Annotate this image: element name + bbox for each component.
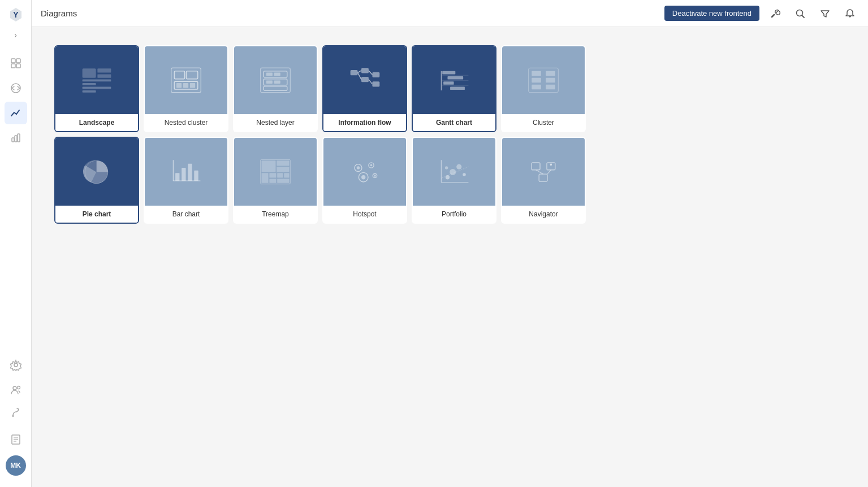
svg-rect-69 <box>175 173 179 181</box>
svg-point-95 <box>456 164 461 169</box>
card-nested-cluster-label: Nested cluster <box>145 114 227 131</box>
svg-rect-41 <box>264 86 287 90</box>
svg-rect-37 <box>274 73 280 76</box>
svg-line-102 <box>536 170 543 174</box>
card-gantt-chart[interactable]: Gantt chart <box>412 45 496 132</box>
sidebar-expand-btn[interactable]: › <box>8 27 24 43</box>
svg-rect-45 <box>372 72 379 77</box>
sidebar: Y › <box>0 0 32 487</box>
svg-rect-1 <box>11 59 15 63</box>
svg-rect-101 <box>539 174 547 181</box>
card-pie-chart-icon-area <box>55 138 138 206</box>
svg-rect-29 <box>186 71 197 79</box>
svg-line-17 <box>772 15 774 17</box>
card-nested-cluster[interactable]: Nested cluster <box>144 45 228 132</box>
svg-rect-79 <box>277 173 283 177</box>
sidebar-item-docs[interactable] <box>5 428 27 451</box>
sidebar-item-settings[interactable] <box>5 354 27 376</box>
card-nested-layer[interactable]: Nested layer <box>233 45 318 132</box>
card-pie-chart[interactable]: Pie chart <box>54 137 139 224</box>
svg-rect-62 <box>532 78 541 82</box>
svg-rect-60 <box>532 71 541 76</box>
svg-rect-61 <box>546 71 555 76</box>
card-gantt-chart-label: Gantt chart <box>413 114 495 131</box>
svg-rect-71 <box>188 164 192 181</box>
svg-rect-28 <box>174 71 184 79</box>
svg-point-94 <box>450 169 456 175</box>
svg-line-49 <box>369 71 372 75</box>
svg-point-90 <box>374 175 376 177</box>
user-avatar[interactable]: MK <box>6 455 26 476</box>
sidebar-item-code[interactable] <box>5 77 27 99</box>
card-gantt-chart-icon-area <box>413 46 495 114</box>
svg-rect-74 <box>262 160 276 172</box>
search-icon[interactable] <box>791 5 809 23</box>
card-cluster-label: Cluster <box>502 114 585 131</box>
svg-rect-24 <box>83 83 96 85</box>
card-bar-chart[interactable]: Bar chart <box>144 137 228 224</box>
card-pie-chart-label: Pie chart <box>55 206 138 223</box>
svg-rect-32 <box>183 83 188 88</box>
card-treemap-label: Treemap <box>234 206 317 223</box>
svg-point-97 <box>445 166 448 169</box>
svg-rect-4 <box>16 64 20 68</box>
card-cluster[interactable]: Cluster <box>501 45 586 132</box>
card-portfolio[interactable]: Portfolio <box>412 137 496 224</box>
svg-point-96 <box>463 173 466 176</box>
svg-rect-23 <box>83 80 111 82</box>
svg-rect-80 <box>284 173 289 177</box>
card-treemap-icon-area <box>234 138 317 206</box>
svg-text:Y: Y <box>13 10 19 19</box>
card-hotspot[interactable]: Hotspot <box>322 137 407 224</box>
svg-rect-64 <box>532 85 541 89</box>
svg-rect-58 <box>450 87 465 90</box>
sidebar-item-users[interactable] <box>5 379 27 401</box>
svg-rect-75 <box>277 160 289 166</box>
svg-rect-56 <box>443 81 454 85</box>
svg-rect-42 <box>351 70 358 75</box>
svg-rect-26 <box>83 90 96 93</box>
page-title: Diagrams <box>41 8 658 18</box>
wrench-icon[interactable] <box>766 5 784 23</box>
deactivate-btn[interactable]: Deactivate new frontend <box>664 6 759 21</box>
card-bar-chart-icon-area <box>145 138 227 206</box>
svg-line-48 <box>358 73 361 80</box>
sidebar-item-dashboard[interactable] <box>5 52 27 75</box>
svg-rect-39 <box>266 80 273 84</box>
filter-icon[interactable] <box>816 5 834 23</box>
svg-rect-6 <box>12 138 14 142</box>
card-information-flow-icon-area <box>323 46 406 114</box>
sidebar-nav <box>5 52 27 401</box>
topbar-actions: Deactivate new frontend <box>664 5 859 23</box>
card-treemap[interactable]: Treemap <box>233 137 318 224</box>
svg-rect-34 <box>261 68 291 92</box>
svg-rect-78 <box>269 173 276 177</box>
main-area: Diagrams Deactivate new frontend <box>32 0 868 487</box>
svg-rect-40 <box>274 80 280 84</box>
svg-rect-82 <box>277 179 289 182</box>
card-landscape[interactable]: Landscape <box>54 45 139 132</box>
sidebar-item-flow[interactable] <box>5 401 27 424</box>
card-information-flow-label: Information flow <box>323 114 406 131</box>
svg-rect-99 <box>532 163 540 170</box>
svg-point-86 <box>370 164 373 167</box>
svg-rect-2 <box>16 59 20 63</box>
sidebar-item-analytics[interactable] <box>5 127 27 149</box>
svg-line-19 <box>802 15 805 18</box>
svg-rect-63 <box>546 78 555 82</box>
svg-rect-43 <box>361 68 369 73</box>
card-navigator[interactable]: Navigator <box>501 137 586 224</box>
app-logo[interactable]: Y <box>6 5 26 25</box>
notification-icon[interactable] <box>841 5 859 23</box>
card-navigator-label: Navigator <box>502 206 585 223</box>
content-area: Landscape Nested cluster <box>32 27 868 487</box>
svg-rect-81 <box>269 179 276 182</box>
sidebar-item-diagrams[interactable] <box>5 102 27 124</box>
svg-rect-8 <box>18 134 20 142</box>
card-information-flow[interactable]: Information flow <box>322 45 407 132</box>
svg-point-9 <box>14 363 18 367</box>
svg-point-12 <box>12 415 14 417</box>
svg-rect-44 <box>361 77 369 82</box>
svg-rect-31 <box>176 83 182 88</box>
card-portfolio-label: Portfolio <box>413 206 495 223</box>
